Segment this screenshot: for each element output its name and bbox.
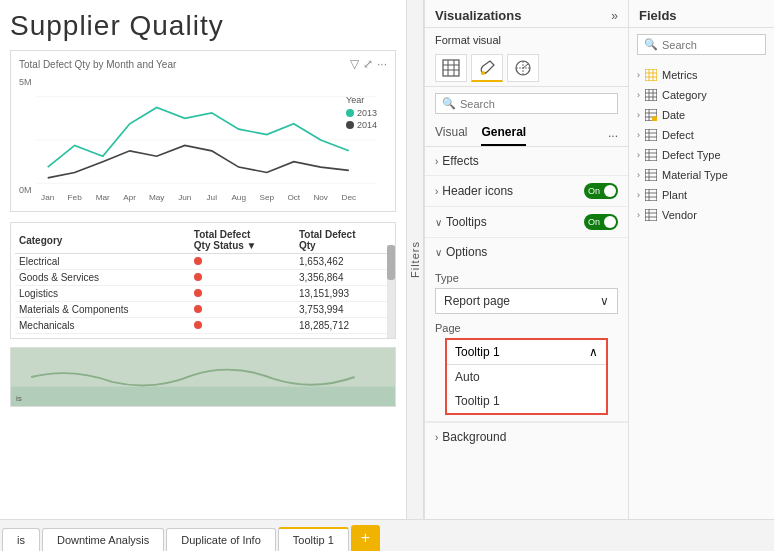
viz-panel-content: › Effects › Header icons On ∨ T: [425, 147, 628, 519]
table-row: Electrical 1,653,462: [15, 254, 391, 270]
table-row: Materials & Components 3,753,994: [15, 302, 391, 318]
page-option-tooltip1[interactable]: Tooltip 1: [447, 389, 606, 413]
field-arrow-category: ›: [637, 90, 640, 100]
tab-is[interactable]: is: [2, 528, 40, 551]
col-category: Category: [15, 227, 190, 254]
tooltips-toggle[interactable]: On: [584, 214, 618, 230]
field-arrow-metrics: ›: [637, 70, 640, 80]
field-name-category: Category: [662, 89, 707, 101]
background-arrow: ›: [435, 432, 438, 443]
field-name-metrics: Metrics: [662, 69, 697, 81]
field-item-material-type[interactable]: › Material Type: [629, 165, 774, 185]
section-header-icons[interactable]: › Header icons On: [425, 176, 628, 207]
legend-2014: 2014: [346, 120, 377, 130]
category-cell: Electrical: [15, 254, 190, 270]
viz-panel-header: Visualizations »: [425, 0, 628, 28]
svg-text:Sep: Sep: [259, 193, 274, 202]
fields-search-icon: 🔍: [644, 38, 658, 51]
field-arrow-plant: ›: [637, 190, 640, 200]
tooltips-toggle-knob: [604, 216, 616, 228]
toggle-knob: [604, 185, 616, 197]
report-canvas: Supplier Quality Total Defect Qty by Mon…: [0, 0, 406, 519]
background-label: Background: [442, 430, 506, 444]
category-cell: Materials & Components: [15, 302, 190, 318]
page-chevron-up: ∧: [589, 345, 598, 359]
options-header[interactable]: ∨ Options: [425, 238, 628, 266]
tooltips-toggle-label: On: [588, 217, 600, 227]
field-name-vendor: Vendor: [662, 209, 697, 221]
options-arrow: ∨: [435, 247, 442, 258]
report-title: Supplier Quality: [10, 10, 396, 42]
section-effects[interactable]: › Effects: [425, 147, 628, 176]
bottom-tabs-bar: is Downtime Analysis Duplicate of Info T…: [0, 519, 774, 551]
page-option-auto[interactable]: Auto: [447, 365, 606, 389]
chart-container: Total Defect Qty by Month and Year ▽ ⤢ ·…: [10, 50, 396, 212]
field-item-date[interactable]: › Date: [629, 105, 774, 125]
viz-expand-icon[interactable]: »: [611, 9, 618, 23]
qty-cell: 13,151,993: [295, 286, 391, 302]
chart-icons: ▽ ⤢ ···: [350, 57, 387, 71]
table-scroll-thumb[interactable]: [387, 245, 395, 280]
tab-more[interactable]: ...: [608, 126, 618, 140]
fields-panel: Fields 🔍 › Metrics ›: [629, 0, 774, 519]
legend-year-label: Year: [346, 95, 377, 105]
visualizations-panel: Visualizations » Format visual: [424, 0, 629, 519]
field-item-plant[interactable]: › Plant: [629, 185, 774, 205]
field-item-defect-type[interactable]: › Defect Type: [629, 145, 774, 165]
field-item-defect[interactable]: › Defect: [629, 125, 774, 145]
defect-icon: [645, 129, 657, 141]
field-item-vendor[interactable]: › Vendor: [629, 205, 774, 225]
page-dropdown-header[interactable]: Tooltip 1 ∧: [447, 340, 606, 365]
paint-viz-icon: [478, 59, 496, 77]
add-tab-button[interactable]: +: [351, 525, 380, 551]
svg-line-24: [490, 61, 494, 65]
section-tooltips[interactable]: ∨ Tooltips On: [425, 207, 628, 238]
svg-rect-59: [645, 209, 657, 221]
svg-text:Mar: Mar: [95, 193, 109, 202]
viz-search-icon: 🔍: [442, 97, 456, 110]
status-cell: [190, 270, 295, 286]
header-icons-toggle[interactable]: On: [584, 183, 618, 199]
background-left: › Background: [435, 430, 506, 444]
field-item-metrics[interactable]: › Metrics: [629, 65, 774, 85]
tab-visual[interactable]: Visual: [435, 120, 467, 146]
effects-arrow: ›: [435, 156, 438, 167]
status-dot: [194, 305, 202, 313]
status-dot: [194, 289, 202, 297]
qty-cell: 3,753,994: [295, 302, 391, 318]
page-dropdown-open[interactable]: Tooltip 1 ∧ Auto Tooltip 1: [445, 338, 608, 415]
paint-viz-btn[interactable]: [471, 54, 503, 82]
col-qty: Total DefectQty: [295, 227, 391, 254]
field-item-category[interactable]: › Category: [629, 85, 774, 105]
section-effects-left: › Effects: [435, 154, 479, 168]
expand-icon[interactable]: ⤢: [363, 57, 373, 71]
viz-search-box[interactable]: 🔍: [435, 93, 618, 114]
fields-search-box[interactable]: 🔍: [637, 34, 766, 55]
tab-duplicate[interactable]: Duplicate of Info: [166, 528, 276, 551]
legend-label-2013: 2013: [357, 108, 377, 118]
tab-tooltip1[interactable]: Tooltip 1: [278, 527, 349, 551]
format-visual-label: Format visual: [425, 28, 628, 50]
type-dropdown[interactable]: Report page ∨: [435, 288, 618, 314]
tooltips-arrow-chevron: ∨: [435, 217, 442, 228]
category-cell: Goods & Services: [15, 270, 190, 286]
tab-downtime[interactable]: Downtime Analysis: [42, 528, 164, 551]
status-cell: [190, 318, 295, 334]
analytics-viz-btn[interactable]: [507, 54, 539, 82]
table-viz-btn[interactable]: [435, 54, 467, 82]
field-arrow-material-type: ›: [637, 170, 640, 180]
fields-search-input[interactable]: [662, 39, 774, 51]
viz-search-input[interactable]: [460, 98, 611, 110]
date-icon: [645, 109, 657, 121]
data-table-wrapper: Category Total DefectQty Status ▼ Total …: [10, 222, 396, 339]
svg-text:Aug: Aug: [231, 193, 246, 202]
more-icon[interactable]: ···: [377, 57, 387, 71]
filter-icon[interactable]: ▽: [350, 57, 359, 71]
tab-general[interactable]: General: [481, 120, 526, 146]
section-background[interactable]: › Background: [425, 422, 628, 451]
table-scrollbar[interactable]: [387, 245, 395, 338]
filters-tab[interactable]: Filters: [406, 0, 424, 519]
svg-rect-28: [645, 69, 657, 81]
chart-title: Total Defect Qty by Month and Year: [19, 59, 176, 70]
qty-cell: 1,653,462: [295, 254, 391, 270]
